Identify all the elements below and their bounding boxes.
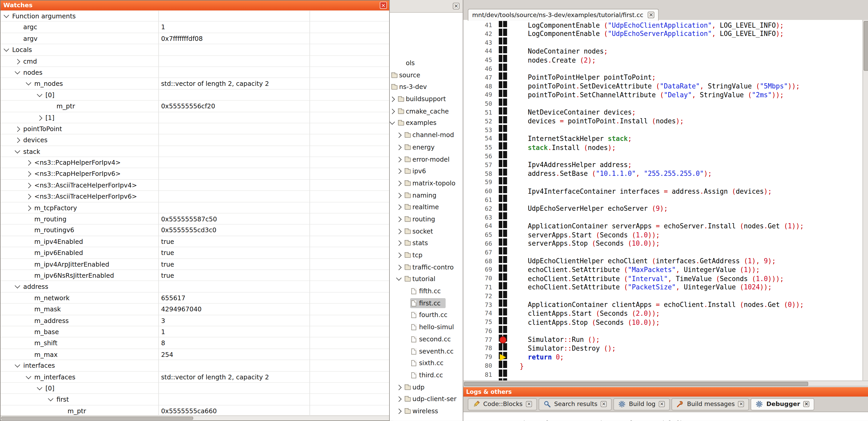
collapse-arrow-icon[interactable] <box>15 362 20 367</box>
close-icon[interactable]: × <box>453 3 460 9</box>
tree-item-buildsupport[interactable]: buildsupport <box>390 94 463 105</box>
watch-row[interactable]: m_mask4294967040 <box>1 304 389 315</box>
collapse-arrow-icon[interactable] <box>4 12 9 18</box>
expand-arrow-icon[interactable] <box>396 181 402 186</box>
expand-arrow-icon[interactable] <box>26 183 31 188</box>
tree-item-energy[interactable]: energy <box>390 141 463 153</box>
logs-tab-build-log[interactable]: Build log× <box>613 398 670 410</box>
editor-hscrollbar[interactable] <box>463 381 868 386</box>
expand-arrow-icon[interactable] <box>396 217 402 222</box>
line-number[interactable]: 56 <box>463 153 492 160</box>
tree-item-tcp[interactable]: tcp <box>390 250 463 261</box>
collapse-arrow-icon[interactable] <box>26 80 31 86</box>
line-number[interactable]: 67 <box>463 249 492 256</box>
collapse-arrow-icon[interactable] <box>37 92 42 97</box>
expand-arrow-icon[interactable] <box>396 169 402 174</box>
line-number[interactable]: 58 <box>463 170 492 177</box>
collapse-arrow-icon[interactable] <box>4 46 9 52</box>
expand-arrow-icon[interactable] <box>396 253 402 258</box>
collapse-arrow-icon[interactable] <box>15 69 20 74</box>
watch-row[interactable]: <ns3::AsciiTraceHelperForIpv6> <box>1 191 389 202</box>
line-number[interactable]: 71 <box>463 284 492 291</box>
watch-row[interactable]: m_routing0x555555587c50 <box>1 214 389 225</box>
watch-row[interactable]: m_ipv4Enabledtrue <box>1 236 389 248</box>
tree-item-error-model[interactable]: error-model <box>390 154 463 165</box>
collapse-arrow-icon[interactable] <box>26 374 31 379</box>
watch-row[interactable]: first <box>1 394 389 406</box>
line-number[interactable]: 47 <box>463 74 492 81</box>
close-icon[interactable]: × <box>738 401 744 407</box>
line-number[interactable]: 68 <box>463 258 492 265</box>
tree-item-seventh-cc[interactable]: seventh.cc <box>390 346 463 357</box>
line-number[interactable]: 42 <box>463 30 492 37</box>
line-number[interactable]: 41 <box>463 22 492 29</box>
watches-hscrollbar[interactable] <box>1 415 389 420</box>
expand-arrow-icon[interactable] <box>396 264 402 270</box>
collapse-arrow-icon[interactable] <box>37 385 42 390</box>
watch-row[interactable]: m_address3 <box>1 315 389 326</box>
line-number[interactable]: 46 <box>463 65 492 72</box>
line-number[interactable]: 63 <box>463 214 492 221</box>
close-icon[interactable]: × <box>601 401 607 407</box>
line-number[interactable]: 44 <box>463 48 492 55</box>
logs-titlebar[interactable]: Logs & others <box>463 387 868 397</box>
tree-item-fifth-cc[interactable]: fifth.cc <box>390 286 463 297</box>
line-number[interactable]: 76 <box>463 327 492 335</box>
line-number[interactable]: 78 <box>463 345 492 352</box>
tree-item-traffic-contro[interactable]: traffic-contro <box>390 261 463 273</box>
watch-row[interactable]: pointToPoint <box>1 123 389 135</box>
expand-arrow-icon[interactable] <box>396 240 402 246</box>
watch-row[interactable]: stack <box>1 146 389 157</box>
expand-arrow-icon[interactable] <box>15 59 20 64</box>
tree-item-fourth-cc[interactable]: fourth.cc <box>390 310 463 321</box>
tree-item-ols[interactable]: ols <box>390 57 463 69</box>
watch-row[interactable]: m_ipv6Enabledtrue <box>1 248 389 259</box>
line-number[interactable]: 45 <box>463 57 492 64</box>
expand-arrow-icon[interactable] <box>390 97 395 102</box>
expand-arrow-icon[interactable] <box>26 171 31 177</box>
line-number[interactable]: 80 <box>463 362 492 369</box>
tree-item-tutorial[interactable]: tutorial <box>390 273 463 285</box>
tree-item-matrix-topolo[interactable]: matrix-topolo <box>390 177 463 189</box>
close-icon[interactable]: × <box>659 401 665 407</box>
line-number[interactable]: 57 <box>463 161 492 169</box>
line-number[interactable]: 54 <box>463 135 492 142</box>
watch-row[interactable]: m_base1 <box>1 326 389 338</box>
watch-row[interactable]: address <box>1 281 389 292</box>
line-number[interactable]: 70 <box>463 275 492 282</box>
line-number[interactable]: 51 <box>463 109 492 116</box>
tree-item-realtime[interactable]: realtime <box>390 201 463 213</box>
line-number[interactable]: 65 <box>463 231 492 238</box>
logs-tab-code-blocks[interactable]: Code::Blocks× <box>468 398 537 410</box>
tree-item-udp-client-ser[interactable]: udp-client-ser <box>390 393 463 405</box>
line-number[interactable]: 79 <box>463 354 492 361</box>
line-number[interactable]: 77 <box>463 336 492 344</box>
line-number[interactable]: 69 <box>463 266 492 273</box>
watch-row[interactable]: m_ipv6NsRsJitterEnabledtrue <box>1 270 389 281</box>
tree-item-source[interactable]: source <box>390 70 463 82</box>
line-number[interactable]: 43 <box>463 39 492 46</box>
line-number[interactable]: 62 <box>463 205 492 212</box>
expand-arrow-icon[interactable] <box>37 115 42 121</box>
tree-item-ipv6[interactable]: ipv6 <box>390 165 463 177</box>
tree-item-naming[interactable]: naming <box>390 190 463 201</box>
expand-arrow-icon[interactable] <box>396 385 402 390</box>
line-number[interactable]: 66 <box>463 240 492 247</box>
logs-tab-build-messages[interactable]: Build messages× <box>672 398 749 410</box>
line-number[interactable]: 73 <box>463 301 492 309</box>
watch-row[interactable]: [0] <box>1 90 389 101</box>
watch-row[interactable]: [0] <box>1 383 389 394</box>
expand-arrow-icon[interactable] <box>15 126 20 132</box>
expand-arrow-icon[interactable] <box>396 409 402 414</box>
watch-row[interactable]: m_ptr0x5555555ca660 <box>1 405 389 416</box>
tree-item-cmake-cache[interactable]: cmake_cache <box>390 105 463 118</box>
line-number[interactable]: 59 <box>463 179 492 186</box>
tree-item-stats[interactable]: stats <box>390 237 463 249</box>
expand-arrow-icon[interactable] <box>390 108 395 114</box>
watch-row[interactable]: [1] <box>1 112 389 123</box>
watch-row[interactable]: Locals <box>1 44 389 56</box>
expand-arrow-icon[interactable] <box>396 133 402 138</box>
tree-item-hello-simul[interactable]: hello-simul <box>390 321 463 333</box>
line-number[interactable]: 60 <box>463 188 492 195</box>
watch-row[interactable]: m_max254 <box>1 349 389 360</box>
